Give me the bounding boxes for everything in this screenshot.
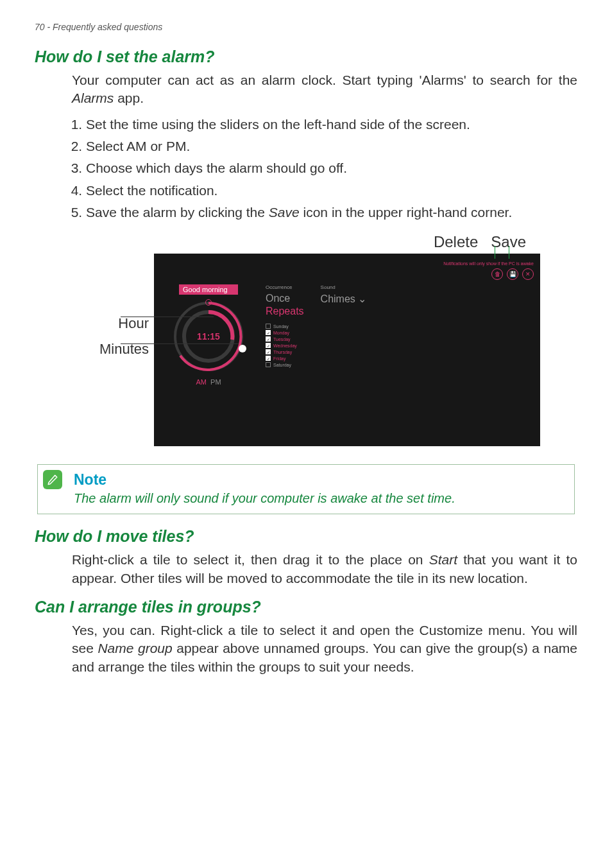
page-header: 70 - Frequently asked questions: [35, 22, 577, 32]
day-friday-label: Friday: [273, 356, 285, 361]
sound-dropdown[interactable]: Chimes ⌄: [321, 293, 367, 305]
notification-warning-text: Notifications will only show if the PC i…: [443, 261, 534, 266]
delete-label: Delete: [434, 233, 478, 251]
step-1: Set the time using the sliders on the le…: [86, 116, 577, 134]
alarm-time-display: 11:15: [173, 301, 244, 372]
note-text: The alarm will only sound if your comput…: [74, 491, 565, 506]
step-3: Choose which days the alarm should go of…: [86, 159, 577, 177]
alarm-figure: Delete Save Hour Minutes Notifications w…: [72, 233, 540, 446]
save-icon[interactable]: 💾: [507, 268, 518, 280]
callout-line-save: [509, 246, 509, 259]
q1-steps: Set the time using the sliders on the le…: [72, 116, 577, 222]
q2-title: How do I move tiles?: [35, 527, 577, 546]
day-wednesday[interactable]: ✓Wednesday: [266, 343, 304, 348]
occurrence-repeats[interactable]: Repeats: [266, 306, 304, 317]
q2-body-a: Right-click a tile to select it, then dr…: [72, 552, 429, 567]
day-saturday[interactable]: Saturday: [266, 362, 304, 367]
note-icon: [43, 470, 62, 489]
figure-top-labels: Delete Save: [72, 233, 540, 251]
occurrence-heading: Occurrence: [266, 284, 304, 290]
day-friday[interactable]: ✓Friday: [266, 356, 304, 361]
q2-body: Right-click a tile to select it, then dr…: [72, 551, 577, 587]
q1-intro-b: app.: [114, 91, 144, 105]
day-tuesday-label: Tuesday: [273, 337, 291, 342]
day-tuesday[interactable]: ✓Tuesday: [266, 336, 304, 342]
sound-heading: Sound: [321, 284, 367, 290]
q2-body-em: Start: [429, 552, 457, 567]
occurrence-once[interactable]: Once: [266, 293, 304, 304]
step-5a: Save the alarm by clicking the: [86, 205, 269, 220]
day-monday-label: Monday: [273, 331, 289, 335]
alarm-app-screenshot: Notifications will only show if the PC i…: [154, 254, 540, 446]
note-title: Note: [74, 471, 565, 489]
step-2: Select AM or PM.: [86, 137, 577, 155]
q1-intro-em: Alarms: [72, 91, 114, 105]
q3-body: Yes, you can. Right-click a tile to sele…: [72, 621, 577, 676]
day-wednesday-label: Wednesday: [273, 343, 297, 348]
day-thursday-label: Thursday: [273, 350, 292, 354]
day-sunday-label: Sunday: [273, 324, 289, 329]
close-icon[interactable]: ✕: [522, 268, 534, 280]
hour-label: Hour: [72, 315, 149, 332]
delete-icon[interactable]: 🗑: [491, 268, 503, 280]
q1-title: How do I set the alarm?: [35, 48, 577, 66]
q1-intro: Your computer can act as an alarm clock.…: [72, 71, 577, 108]
figure-left-labels: Hour Minutes: [72, 254, 154, 446]
day-sunday[interactable]: Sunday: [266, 324, 304, 329]
day-thursday[interactable]: ✓Thursday: [266, 349, 304, 354]
step-4: Select the notification.: [86, 182, 577, 200]
step-5: Save the alarm by clicking the Save icon…: [86, 204, 577, 221]
alarm-name-field[interactable]: Good morning: [179, 284, 238, 295]
callout-line-delete: [495, 246, 495, 259]
pm-option[interactable]: PM: [210, 378, 221, 386]
day-saturday-label: Saturday: [273, 363, 291, 367]
time-dial[interactable]: 11:15: [173, 301, 244, 372]
step-5em: Save: [269, 205, 300, 220]
step-5b: icon in the upper right-hand corner.: [300, 205, 513, 220]
callout-line-hour: [121, 317, 214, 317]
q3-title: Can I arrange tiles in groups?: [35, 598, 577, 616]
callout-line-minutes: [121, 343, 239, 344]
am-option[interactable]: AM: [196, 378, 207, 386]
q1-intro-a: Your computer can act as an alarm clock.…: [72, 73, 577, 87]
day-monday[interactable]: ✓Monday: [266, 330, 304, 335]
q3-body-em: Name group: [98, 641, 172, 655]
note-box: Note The alarm will only sound if your c…: [37, 464, 575, 514]
